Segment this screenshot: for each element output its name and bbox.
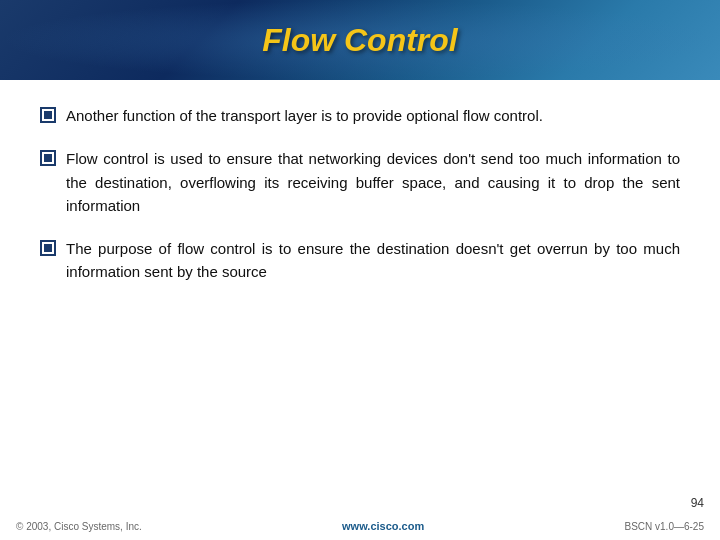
footer-course-code: BSCN v1.0—6-25: [625, 521, 704, 532]
checkbox-icon-3: [40, 240, 56, 256]
page-number: 94: [0, 496, 720, 510]
slide: Flow Control Another function of the tra…: [0, 0, 720, 540]
slide-title: Flow Control: [262, 22, 458, 59]
slide-content: Another function of the transport layer …: [0, 80, 720, 506]
footer-copyright: © 2003, Cisco Systems, Inc.: [16, 521, 142, 532]
checkbox-icon-2: [40, 150, 56, 166]
footer-website: www.cisco.com: [342, 520, 424, 532]
bullet-text-1: Another function of the transport layer …: [66, 104, 543, 127]
bullet-item-1: Another function of the transport layer …: [40, 104, 680, 127]
bullet-text-2: Flow control is used to ensure that netw…: [66, 147, 680, 217]
bullet-item-2: Flow control is used to ensure that netw…: [40, 147, 680, 217]
slide-footer: © 2003, Cisco Systems, Inc. www.cisco.co…: [0, 514, 720, 540]
bullet-text-3: The purpose of flow control is to ensure…: [66, 237, 680, 284]
checkbox-icon-1: [40, 107, 56, 123]
slide-header: Flow Control: [0, 0, 720, 80]
bullet-item-3: The purpose of flow control is to ensure…: [40, 237, 680, 284]
